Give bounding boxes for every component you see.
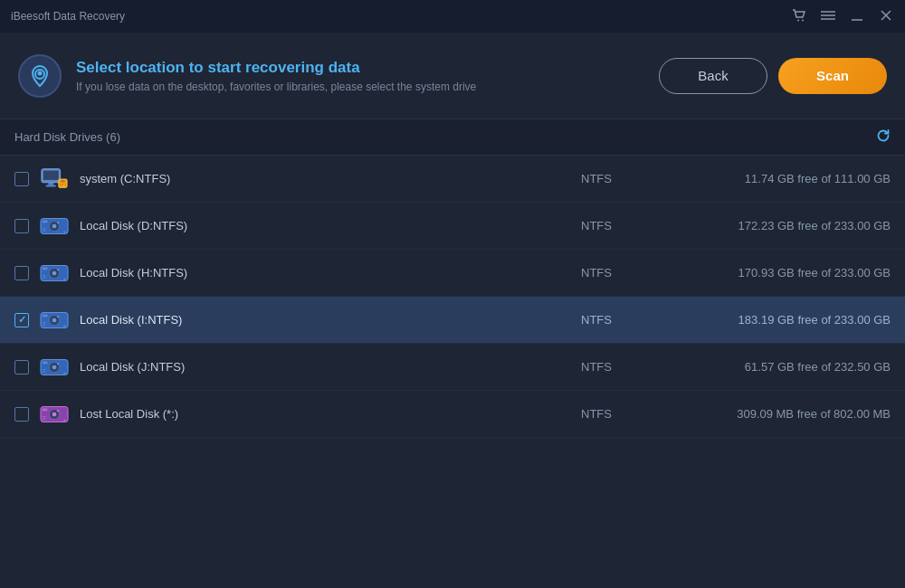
svg-rect-23: [43, 227, 46, 228]
drive-icon: [40, 355, 69, 380]
drive-icon: [40, 402, 69, 427]
table-row[interactable]: Local Disk (H:NTFS)NTFS170.93 GB free of…: [0, 250, 905, 297]
svg-rect-22: [43, 220, 48, 223]
drive-filesystem: NTFS: [581, 266, 672, 280]
drive-size: 170.93 GB free of 233.00 GB: [682, 266, 891, 280]
location-icon-wrap: [18, 54, 62, 98]
table-row[interactable]: Local Disk (J:NTFS)NTFS61.57 GB free of …: [0, 344, 905, 391]
header-left: Select location to start recovering data…: [18, 54, 476, 98]
drive-filesystem: NTFS: [581, 407, 672, 421]
menu-icon[interactable]: [820, 9, 836, 24]
svg-rect-54: [43, 408, 48, 411]
drive-name: Local Disk (J:NTFS): [80, 360, 570, 374]
table-row[interactable]: Local Disk (D:NTFS)NTFS172.23 GB free of…: [0, 203, 905, 250]
drive-size: 11.74 GB free of 111.00 GB: [682, 172, 891, 185]
svg-rect-11: [43, 170, 59, 179]
svg-rect-46: [43, 361, 48, 364]
refresh-icon[interactable]: [876, 128, 891, 147]
svg-rect-12: [48, 182, 53, 185]
header-subtitle: If you lose data on the desktop, favorit…: [76, 81, 476, 93]
svg-point-1: [802, 19, 804, 21]
svg-point-52: [52, 412, 57, 416]
svg-point-25: [63, 231, 65, 232]
header: Select location to start recovering data…: [0, 33, 905, 119]
svg-rect-38: [43, 314, 48, 317]
close-icon[interactable]: [878, 9, 894, 24]
header-buttons: Back Scan: [659, 58, 887, 94]
cart-icon[interactable]: [791, 9, 807, 24]
table-row[interactable]: Lost Local Disk (*:)NTFS309.09 MB free o…: [0, 391, 905, 438]
drive-size: 309.09 MB free of 802.00 MB: [682, 407, 891, 421]
svg-rect-39: [43, 321, 46, 322]
drive-checkbox[interactable]: [14, 407, 29, 422]
drive-name: Local Disk (H:NTFS): [80, 266, 570, 280]
svg-point-44: [52, 365, 57, 369]
svg-point-15: [61, 179, 66, 182]
svg-point-49: [63, 372, 65, 374]
header-text: Select location to start recovering data…: [76, 59, 476, 93]
svg-point-36: [52, 318, 57, 322]
svg-rect-40: [43, 324, 46, 325]
svg-rect-56: [43, 418, 46, 419]
svg-point-9: [38, 71, 43, 75]
drive-size: 183.19 GB free of 233.00 GB: [682, 313, 891, 327]
drive-checkbox[interactable]: [14, 172, 29, 186]
svg-point-33: [63, 278, 65, 280]
svg-point-28: [52, 270, 57, 275]
drive-name: Lost Local Disk (*:): [80, 407, 570, 421]
drive-checkbox[interactable]: [14, 219, 29, 233]
drive-icon: [40, 166, 69, 192]
app-title: iBeesoft Data Recovery: [11, 10, 125, 23]
header-title: Select location to start recovering data: [76, 59, 476, 77]
svg-rect-30: [43, 267, 48, 270]
svg-point-45: [57, 363, 59, 365]
titlebar-controls: [791, 9, 894, 24]
svg-point-37: [57, 316, 59, 318]
drive-filesystem: NTFS: [581, 313, 672, 327]
drive-icon: [40, 308, 69, 333]
drive-name: Local Disk (I:NTFS): [80, 313, 570, 327]
titlebar: iBeesoft Data Recovery: [0, 0, 905, 33]
drive-size: 61.57 GB free of 232.50 GB: [682, 360, 891, 374]
svg-point-53: [57, 410, 59, 412]
svg-rect-13: [46, 185, 56, 186]
svg-rect-24: [43, 230, 46, 231]
svg-point-21: [57, 222, 59, 223]
svg-rect-16: [60, 184, 67, 185]
drive-filesystem: NTFS: [581, 172, 672, 185]
svg-rect-32: [43, 277, 46, 278]
table-row[interactable]: Local Disk (I:NTFS)NTFS183.19 GB free of…: [0, 297, 905, 344]
svg-rect-47: [43, 368, 46, 369]
svg-rect-55: [43, 415, 46, 416]
drive-list: system (C:NTFS)NTFS11.74 GB free of 111.…: [0, 156, 905, 438]
drive-checkbox[interactable]: [14, 266, 29, 280]
drive-size: 172.23 GB free of 233.00 GB: [682, 219, 891, 232]
drive-name: Local Disk (D:NTFS): [80, 219, 570, 232]
section-title: Hard Disk Drives (6): [14, 130, 120, 144]
drive-icon: [40, 213, 69, 239]
svg-rect-31: [43, 274, 46, 275]
drive-filesystem: NTFS: [581, 360, 672, 374]
drive-checkbox[interactable]: [14, 313, 29, 327]
drive-filesystem: NTFS: [581, 219, 672, 232]
svg-point-57: [63, 419, 65, 421]
svg-point-20: [52, 223, 57, 228]
drive-icon: [40, 261, 69, 286]
table-row[interactable]: system (C:NTFS)NTFS11.74 GB free of 111.…: [0, 156, 905, 203]
back-button[interactable]: Back: [659, 58, 767, 94]
svg-point-29: [57, 269, 59, 270]
minimize-icon[interactable]: [849, 9, 865, 24]
svg-point-41: [63, 325, 65, 327]
svg-point-17: [63, 185, 65, 186]
drive-checkbox[interactable]: [14, 360, 29, 375]
section-header: Hard Disk Drives (6): [0, 119, 905, 156]
drive-name: system (C:NTFS): [80, 172, 570, 185]
scan-button[interactable]: Scan: [778, 58, 887, 94]
svg-point-0: [797, 19, 799, 21]
svg-rect-48: [43, 371, 46, 372]
